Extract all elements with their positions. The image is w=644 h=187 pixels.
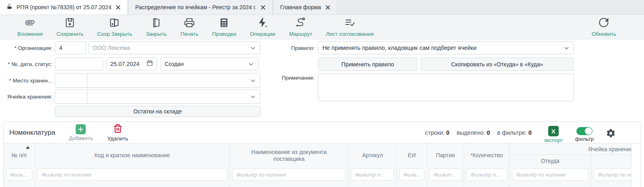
add-row-button[interactable]: Добавить — [69, 124, 93, 141]
stock-remainders-button[interactable]: Остатки на складе — [55, 106, 260, 117]
route-icon — [295, 17, 306, 30]
column-header[interactable]: *Количество — [464, 144, 509, 168]
tab-main-form[interactable]: Главная форма — [273, 0, 337, 14]
group-header: Ячейка хранения — [510, 144, 632, 155]
postings-label: Проводки — [212, 31, 236, 37]
storage-place-code-input[interactable] — [55, 74, 87, 87]
storage-cell-code-input[interactable] — [55, 90, 87, 103]
operations-button[interactable]: Операции — [243, 16, 282, 39]
save-close-label: Сохр.Закрыть — [97, 31, 132, 37]
grid-scrollbar-gutter[interactable] — [632, 144, 641, 187]
column-header[interactable]: Партия — [427, 144, 464, 168]
operations-label: Операции — [250, 31, 275, 37]
chevron-down-icon[interactable] — [246, 94, 260, 100]
export-label: экспорт — [544, 137, 563, 143]
filter-input[interactable] — [512, 169, 588, 181]
close-label: Закрыть — [146, 31, 167, 37]
calendar-icon[interactable] — [147, 60, 153, 68]
add-row-label: Добавить — [69, 135, 93, 141]
tab-register[interactable]: Распределение по ячейкам - Реестр за 202… — [128, 0, 272, 14]
chevron-down-icon[interactable] — [246, 78, 260, 84]
grid-settings-button[interactable] — [606, 126, 616, 140]
chevron-down-icon[interactable] — [246, 45, 260, 51]
approval-sheet-label: Лист согласования — [326, 31, 374, 37]
filter-input[interactable] — [399, 169, 424, 181]
delete-row-button[interactable]: Удалить — [107, 124, 128, 142]
save-close-button[interactable]: Сохр.Закрыть — [90, 16, 139, 39]
column-quantity[interactable]: *Количество — [464, 144, 510, 187]
column-row-number[interactable]: № п/п — [4, 144, 35, 187]
approval-sheet-button[interactable]: Лист согласования — [319, 16, 381, 39]
attachments-button[interactable]: Вложения — [10, 16, 50, 39]
rule-select[interactable]: Не применять правило, кладовщик сам подб… — [318, 41, 574, 54]
chevron-down-icon[interactable] — [559, 45, 574, 51]
column-code-name[interactable]: Код и краткое наименование — [35, 144, 230, 187]
tabbar-filler — [337, 0, 644, 14]
column-supplier-doc-name[interactable]: Наименование из документа поставщика — [230, 144, 349, 187]
filter-input[interactable] — [232, 169, 346, 181]
unlock-icon — [6, 4, 12, 11]
print-button[interactable]: Печать — [173, 16, 205, 39]
floppy-save-icon — [64, 17, 75, 30]
filter-input[interactable] — [37, 169, 227, 181]
document-number-input[interactable] — [55, 58, 103, 70]
tab-label: Главная форма — [280, 4, 321, 10]
organization-select[interactable]: ООО Лексема — [89, 41, 260, 54]
note-textarea[interactable] — [318, 74, 574, 101]
attachments-label: Вложения — [17, 31, 43, 37]
column-batch[interactable]: Партия — [427, 144, 464, 187]
date-value: 25.07.2024 — [110, 61, 140, 67]
paperclip-icon — [25, 17, 35, 30]
column-header[interactable]: № п/п — [4, 144, 35, 168]
column-unit[interactable]: ЕИ — [397, 144, 427, 187]
organization-code-field[interactable] — [55, 41, 86, 54]
grid-counters: строки:0 выделено:0 в фильтре:0 — [425, 129, 532, 136]
postings-button[interactable]: Проводки — [205, 16, 243, 39]
toolbar: Вложения Сохранить Сохр.Закрыть Закрыть … — [0, 15, 644, 39]
status-select[interactable]: Создан — [160, 58, 258, 70]
filter-toggle[interactable]: фильтр — [575, 126, 594, 142]
excel-export-button[interactable]: X экспорт — [544, 126, 563, 143]
storage-cell-label: Ячейка хранения: — [3, 94, 52, 100]
save-button[interactable]: Сохранить — [50, 16, 90, 39]
rows-counter: строки:0 — [425, 129, 450, 136]
storage-cell-combo[interactable] — [55, 89, 260, 104]
grid-controls: X экспорт фильтр — [544, 122, 616, 143]
route-button[interactable]: Маршрут — [282, 16, 319, 39]
status-value: Создан — [161, 61, 184, 67]
plus-icon — [76, 124, 86, 134]
column-header[interactable]: Артикул — [349, 144, 396, 168]
apply-rule-button[interactable]: Применить правило — [318, 58, 417, 71]
chevron-down-icon[interactable] — [244, 61, 258, 67]
document-number-field[interactable] — [55, 58, 103, 70]
date-field[interactable]: 25.07.2024 — [106, 58, 157, 70]
column-header[interactable]: Откуда — [510, 155, 591, 168]
printer-icon — [184, 17, 195, 30]
toggle-on-icon[interactable] — [576, 127, 592, 135]
column-header[interactable]: ЕИ — [397, 144, 427, 168]
column-header[interactable] — [591, 155, 632, 168]
grid-header: № п/п Код и краткое наименование Наимено… — [4, 143, 641, 187]
refresh-button[interactable]: Обновить — [585, 15, 623, 39]
filter-input[interactable] — [6, 169, 32, 181]
filter-input[interactable] — [351, 169, 394, 181]
close-button[interactable]: Закрыть — [139, 16, 173, 39]
organization-code-input[interactable] — [55, 42, 86, 54]
column-header[interactable]: Код и краткое наименование — [35, 144, 229, 168]
column-from-cell[interactable]: Откуда — [510, 155, 591, 187]
delete-row-label: Удалить — [107, 136, 128, 142]
filter-input[interactable] — [466, 169, 507, 181]
calculator-icon — [219, 17, 229, 30]
column-article[interactable]: Артикул — [349, 144, 397, 187]
nomenclature-panel: Номенклатура Добавить Удалить строки:0 в… — [3, 121, 641, 187]
close-icon[interactable] — [325, 5, 330, 10]
tab-rpy-document[interactable]: РПЯ (проект №78328) от 25.07.2024 — [0, 0, 128, 14]
close-icon[interactable] — [116, 5, 121, 10]
close-icon[interactable] — [260, 5, 266, 10]
filter-input[interactable] — [594, 169, 632, 181]
filter-input[interactable] — [429, 169, 461, 181]
column-to-cell[interactable] — [591, 155, 632, 187]
copy-from-to-button[interactable]: Скопировать из «Откуда» в «Куда» — [421, 58, 574, 71]
storage-place-combo[interactable] — [55, 73, 260, 88]
column-header[interactable]: Наименование из документа поставщика — [230, 144, 348, 168]
